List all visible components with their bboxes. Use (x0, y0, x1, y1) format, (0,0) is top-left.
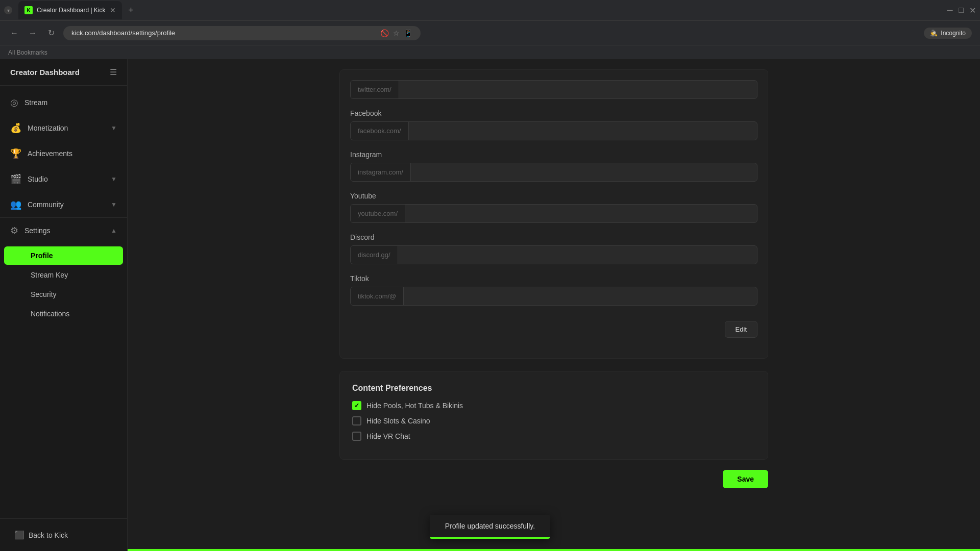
tab-title: Creator Dashboard | Kick (37, 7, 106, 14)
sidebar-item-settings[interactable]: ⚙ Settings ▲ (0, 218, 127, 243)
settings-icon: ⚙ (10, 225, 18, 236)
sidebar-item-label: Studio (28, 175, 105, 183)
twitter-prefix: twitter.com/ (351, 81, 399, 98)
address-field[interactable]: kick.com/dashboard/settings/profile 🚫 ☆ … (63, 26, 421, 40)
forward-nav-button[interactable]: → (27, 27, 39, 39)
youtube-label: Youtube (350, 192, 757, 200)
sidebar-item-label: Settings (24, 227, 105, 235)
sidebar-item-achievements[interactable]: 🏆 Achievements (0, 141, 127, 166)
pref-item-pools: Hide Pools, Hot Tubs & Bikinis (352, 401, 755, 410)
tab-list-btn[interactable]: ▾ (4, 6, 12, 14)
instagram-prefix: instagram.com/ (351, 163, 411, 181)
bookmarks-label: All Bookmarks (8, 49, 47, 56)
content-prefs-title: Content Preferences (352, 384, 755, 393)
facebook-input-row: facebook.com/ (350, 121, 757, 140)
maximize-button[interactable]: □ (958, 7, 965, 14)
url-text: kick.com/dashboard/settings/profile (71, 29, 376, 37)
device-icon[interactable]: 📱 (404, 29, 412, 37)
content-preferences-section: Content Preferences Hide Pools, Hot Tubs… (339, 371, 768, 460)
settings-child-stream-key[interactable]: Stream Key (4, 266, 123, 284)
twitter-field-partial: twitter.com/ (350, 80, 757, 99)
tiktok-input[interactable] (404, 287, 757, 305)
community-icon: 👥 (10, 199, 21, 210)
save-button[interactable]: Save (723, 470, 768, 488)
settings-child-label: Security (31, 290, 57, 298)
back-icon: ⬛ (14, 530, 24, 540)
bookmark-icon[interactable]: ☆ (393, 29, 400, 37)
edit-button[interactable]: Edit (725, 321, 757, 338)
sidebar-item-stream[interactable]: ◎ Stream (0, 90, 127, 115)
tab-close-button[interactable]: ✕ (110, 6, 116, 14)
casino-checkbox[interactable] (352, 416, 361, 425)
sidebar-menu-icon[interactable]: ☰ (110, 67, 117, 77)
discord-input[interactable] (398, 246, 757, 264)
incognito-indicator: 🕵 Incognito (924, 28, 972, 39)
stream-icon: ◎ (10, 97, 18, 108)
youtube-input[interactable] (405, 205, 757, 222)
discord-label: Discord (350, 233, 757, 241)
chevron-up-icon: ▲ (111, 227, 117, 234)
settings-child-label: Stream Key (31, 271, 68, 279)
settings-child-profile[interactable]: Profile (4, 246, 123, 265)
instagram-label: Instagram (350, 151, 757, 159)
tiktok-prefix: tiktok.com/@ (351, 287, 404, 305)
chevron-down-icon: ▼ (111, 176, 117, 183)
main-content: twitter.com/ Facebook facebook.com/ Inst… (128, 59, 980, 551)
settings-child-label: Profile (31, 252, 53, 260)
settings-section: ⚙ Settings ▲ Profile Stream Key Security (0, 217, 127, 326)
monetization-icon: 💰 (10, 122, 21, 134)
vr-checkbox[interactable] (352, 432, 361, 441)
tab-favicon: K (24, 6, 33, 14)
back-nav-button[interactable]: ← (8, 27, 20, 39)
facebook-input[interactable] (409, 122, 757, 140)
window-controls: ─ □ ✕ (946, 7, 976, 14)
twitter-input[interactable] (399, 81, 757, 98)
back-to-kick-button[interactable]: ⬛ Back to Kick (8, 525, 119, 545)
success-toast: Profile updated successfully. (430, 515, 550, 539)
settings-children: Profile Stream Key Security Notification… (0, 243, 127, 326)
sidebar-title: Creator Dashboard (10, 68, 80, 77)
close-window-button[interactable]: ✕ (969, 7, 976, 14)
discord-prefix: discord.gg/ (351, 246, 398, 264)
sidebar-footer: ⬛ Back to Kick (0, 518, 127, 551)
sidebar-item-studio[interactable]: 🎬 Studio ▼ (0, 166, 127, 192)
sidebar: Creator Dashboard ☰ ◎ Stream 💰 Monetizat… (0, 59, 128, 551)
discord-input-row: discord.gg/ (350, 245, 757, 264)
pools-checkbox[interactable] (352, 401, 361, 410)
pools-label: Hide Pools, Hot Tubs & Bikinis (366, 402, 463, 410)
youtube-field-group: Youtube youtube.com/ (350, 192, 757, 223)
camera-off-icon: 🚫 (380, 29, 389, 37)
bookmarks-bar: All Bookmarks (0, 45, 980, 59)
address-bar-row: ← → ↻ kick.com/dashboard/settings/profil… (0, 20, 980, 45)
studio-icon: 🎬 (10, 173, 21, 185)
settings-child-notifications[interactable]: Notifications (4, 305, 123, 323)
instagram-input[interactable] (411, 163, 757, 181)
minimize-button[interactable]: ─ (946, 7, 953, 14)
sidebar-item-monetization[interactable]: 💰 Monetization ▼ (0, 115, 127, 141)
tiktok-input-row: tiktok.com/@ (350, 287, 757, 306)
settings-child-security[interactable]: Security (4, 285, 123, 304)
tiktok-field-group: Tiktok tiktok.com/@ (350, 274, 757, 306)
chevron-down-icon: ▼ (111, 124, 117, 132)
pref-item-vr: Hide VR Chat (352, 432, 755, 441)
sidebar-nav: ◎ Stream 💰 Monetization ▼ 🏆 Achievements… (0, 86, 127, 518)
sidebar-item-community[interactable]: 👥 Community ▼ (0, 192, 127, 217)
casino-label: Hide Slots & Casino (366, 417, 430, 425)
new-tab-button[interactable]: + (124, 3, 138, 17)
facebook-field-group: Facebook facebook.com/ (350, 109, 757, 140)
tab-nav-buttons: ▾ (4, 6, 12, 14)
chevron-down-icon: ▼ (111, 201, 117, 208)
sidebar-header: Creator Dashboard ☰ (0, 59, 127, 86)
incognito-icon: 🕵 (930, 30, 938, 37)
youtube-input-row: youtube.com/ (350, 204, 757, 223)
reload-button[interactable]: ↻ (45, 27, 57, 39)
social-section: twitter.com/ Facebook facebook.com/ Inst… (339, 69, 768, 359)
browser-tab-active[interactable]: K Creator Dashboard | Kick ✕ (18, 1, 122, 19)
pref-item-casino: Hide Slots & Casino (352, 416, 755, 425)
facebook-label: Facebook (350, 109, 757, 117)
facebook-prefix: facebook.com/ (351, 122, 409, 140)
incognito-label: Incognito (941, 30, 966, 37)
browser-chrome: ▾ K Creator Dashboard | Kick ✕ + ─ □ ✕ ←… (0, 0, 980, 59)
back-to-kick-label: Back to Kick (29, 531, 68, 539)
success-message: Profile updated successfully. (445, 522, 535, 530)
